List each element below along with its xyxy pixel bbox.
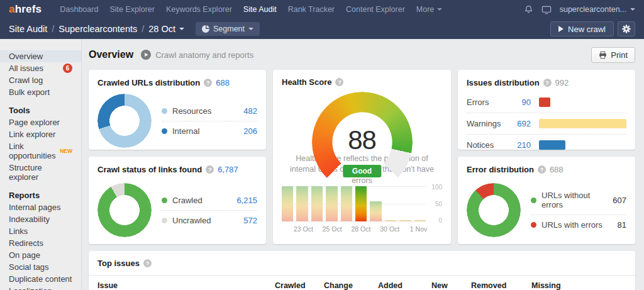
resources-count-link[interactable]: 482 [243,106,257,116]
sidebar-item-on-page[interactable]: On page [0,249,81,261]
legend-row: Crawled 6,215 [162,191,257,210]
help-icon[interactable]: ? [335,78,343,86]
sidebar-item-crawl-log[interactable]: Crawl log [0,74,81,86]
printer-icon [599,51,607,59]
new-tag: NEW [60,148,72,153]
legend-dot [531,198,536,203]
sidebar-item-internal-pages[interactable]: Internal pages [0,201,81,213]
new-crawl-button[interactable]: New crawl [550,21,614,36]
internal-count-link[interactable]: 206 [243,126,257,136]
history-bar[interactable] [385,220,396,221]
legend-dot [162,218,167,223]
print-button[interactable]: Print [591,47,635,63]
sidebar-section-tools: Tools [0,104,81,116]
chevron-down-icon [248,28,253,30]
nav-item-site-explorer[interactable]: Site Explorer [109,5,155,14]
crawled-urls-total-link[interactable]: 688 [216,78,230,87]
history-bar[interactable] [311,186,323,221]
legend-dot [531,222,536,228]
sidebar-item-indexability[interactable]: Indexability [0,213,81,225]
nav-item-content-explorer[interactable]: Content Explorer [346,5,405,14]
errors-count-link[interactable]: 90 [506,98,531,107]
bell-icon[interactable] [524,5,533,14]
help-icon[interactable]: ? [538,165,546,174]
play-circle-icon[interactable] [141,50,151,60]
card-title: Crawled URLs distribution [97,78,200,87]
issue-row-warnings: Warnings 692 [467,113,626,134]
page-subtitle: Crawl anatomy and reports [155,50,253,60]
main-content: Overview Crawl anatomy and reports Print… [82,39,644,290]
sidebar-item-links[interactable]: Links [0,225,81,237]
sidebar-section-reports: Reports [0,189,81,201]
breadcrumb-site-audit[interactable]: Site Audit [9,24,47,34]
history-bar[interactable] [326,186,337,221]
history-bar[interactable] [341,186,352,221]
monitor-icon[interactable] [541,5,552,14]
card-title: Error distribution [467,165,534,174]
sidebar-item-duplicate-content[interactable]: Duplicate content [0,273,81,285]
nav-item-site-audit[interactable]: Site Audit [243,5,277,14]
history-bar[interactable] [355,186,367,221]
play-icon [558,26,564,32]
health-history-chart: 100 50 0 23 Oct25 Oct28 Oct30 Oct1 Nov [282,186,442,234]
uncrawled-count-link[interactable]: 572 [243,216,257,225]
issues-distribution-card: Issues distribution ? 992 Errors 90 Warn… [458,70,635,150]
notices-count-link[interactable]: 210 [506,140,531,150]
issues-count-badge: 6 [63,64,72,73]
warnings-count-link[interactable]: 692 [506,119,531,128]
x-axis-label: 30 Oct [380,225,399,233]
nav-item-rank-tracker[interactable]: Rank Tracker [288,5,335,14]
legend-row: Resources 482 [162,101,257,121]
account-menu[interactable]: superclearconten... [560,5,635,14]
project-toolbar: Site Audit / Superclearcontents / 28 Oct… [0,19,644,39]
sidebar-item-bulk-export[interactable]: Bulk export [0,86,81,98]
crawl-date-dropdown[interactable]: 28 Oct [148,24,184,34]
column-header-new[interactable]: New [431,281,471,290]
nav-item-more[interactable]: More [416,5,442,14]
history-bar[interactable] [399,220,411,221]
error-distribution-card: Error distribution ? 688 URLs without er… [458,157,635,244]
sidebar-item-overview[interactable]: Overview [0,50,81,62]
column-header-crawled[interactable]: Crawled [275,281,324,290]
sidebar-item-link-opportunities[interactable]: Link opportunitiesNEW [0,140,81,162]
x-axis: 23 Oct25 Oct28 Oct30 Oct1 Nov [282,224,426,234]
health-score-value: 88 [311,125,414,155]
help-icon[interactable]: ? [543,79,552,87]
ahrefs-logo[interactable]: ahrefs [9,3,42,16]
links-found-total-link[interactable]: 6,787 [218,165,238,174]
legend-dot [162,128,167,134]
crawled-urls-distribution-card: Crawled URLs distribution ? 688 Resource… [89,70,266,150]
nav-item-keywords-explorer[interactable]: Keywords Explorer [166,5,232,14]
column-header-removed[interactable]: Removed [471,281,531,290]
sidebar-item-link-explorer[interactable]: Link explorer [0,128,81,140]
crawl-status-donut-chart [97,183,152,237]
sidebar-item-redirects[interactable]: Redirects [0,237,81,249]
history-bars [282,186,426,221]
nav-item-dashboard[interactable]: Dashboard [60,5,98,14]
sidebar-item-social-tags[interactable]: Social tags [0,261,81,273]
sidebar-item-page-explorer[interactable]: Page explorer [0,116,81,128]
sidebar-item-structure-explorer[interactable]: Structure explorer [0,162,81,183]
y-axis: 100 50 0 [426,186,442,221]
legend-dot [162,198,167,203]
segment-button[interactable]: Segment [196,22,260,36]
column-header-added[interactable]: Added [378,281,431,290]
card-title: Issues distribution [467,78,540,87]
column-header-missing[interactable]: Missing [531,281,626,290]
error-distribution-total: 688 [550,165,564,174]
column-header-issue[interactable]: Issue [97,281,275,290]
settings-button[interactable] [618,21,635,36]
column-header-change[interactable]: Change [324,281,378,290]
top-issues-card: Top issues ? Issue Crawled Change Added … [89,251,635,290]
help-icon[interactable]: ? [204,79,212,87]
help-icon[interactable]: ? [143,259,152,267]
sidebar-item-all-issues[interactable]: All issues6 [0,62,81,74]
crawled-count-link[interactable]: 6,215 [236,196,257,205]
breadcrumb-project[interactable]: Superclearcontents [58,24,137,34]
history-bar[interactable] [296,186,308,221]
history-bar[interactable] [414,220,426,221]
help-icon[interactable]: ? [206,165,214,174]
history-bar[interactable] [282,186,293,221]
sidebar-item-localization[interactable]: Localization [0,285,81,290]
history-bar[interactable] [370,201,381,221]
